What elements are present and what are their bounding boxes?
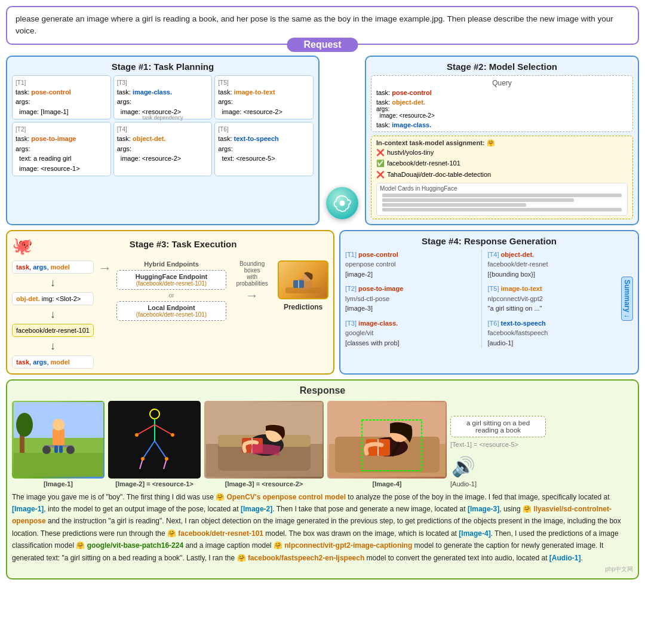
model-option-1: ❌ hustvl/yolos-tiny <box>376 147 628 158</box>
resp-img-label-1: [Image-1] <box>44 480 73 487</box>
local-endpoint-card: Local Endpoint (facebook/detr-resnet-101… <box>116 301 226 321</box>
audio-speaker-icon: 🔊 <box>452 455 475 478</box>
resp-img-2 <box>108 401 201 479</box>
t4-task: task: object-det. <box>117 134 209 144</box>
local-endpoint-sub: (facebook/detr-resnet-101) <box>122 311 221 318</box>
q-image2: image: <resource-2> <box>376 112 628 119</box>
t4-image: image: <resource-2> <box>117 154 209 164</box>
t6-text: text: <resource-5> <box>218 154 310 164</box>
stage3-header: 🐙 Stage #3: Task Execution <box>12 236 328 256</box>
svg-rect-17 <box>59 446 63 453</box>
stage3-right: Predictions <box>278 260 328 311</box>
s4-t2: [T2] pose-to-image lym/sd-ctl-pose [imag… <box>345 284 475 314</box>
svg-point-0 <box>339 200 345 206</box>
svg-rect-11 <box>53 429 64 447</box>
model-option-3: ❌ TahaDouaji/detr-doc-table-detection <box>376 169 628 180</box>
svg-point-28 <box>171 433 174 437</box>
svg-rect-7 <box>14 453 103 477</box>
stage2-box: Stage #2: Model Selection Query task: po… <box>365 56 639 225</box>
stage4-col1: [T1] pose-control openpose control [imag… <box>345 250 475 348</box>
octopus-icon: 🐙 <box>12 236 33 256</box>
hf-endpoint-sub: (facebook/detr-resnet-101) <box>122 280 221 287</box>
task-grid: [T1] task: pose-control args: image: [Im… <box>12 75 314 177</box>
t5-tag: [T5] <box>218 78 310 87</box>
stage3-center: Hybrid Endpoints HuggingFace Endpoint (f… <box>116 260 226 321</box>
stage4-box: Stage #4: Response Generation [T1] pose-… <box>339 230 639 375</box>
stage3-box: 🐙 Stage #3: Task Execution task, args, m… <box>6 230 334 375</box>
x-icon-2: ❌ <box>376 169 385 180</box>
t2-task: task: pose-to-image <box>16 134 108 144</box>
stages-34-row: 🐙 Stage #3: Task Execution task, args, m… <box>6 230 639 375</box>
arrow-right-2-col: Bounding boxeswith probabilities → <box>231 260 273 303</box>
response-images-row: [Image-1] <box>12 401 633 487</box>
task-card-t1: [T1] task: pose-control args: image: [Im… <box>12 75 111 120</box>
endpoint-separator: or <box>169 292 174 299</box>
svg-point-30 <box>165 457 168 461</box>
stage4-title: Stage #4: Response Generation <box>345 236 633 246</box>
resp-img-block-4: [Image-4] <box>327 401 447 487</box>
t6-args: args: <box>218 144 310 154</box>
stage2-title: Stage #2: Model Selection <box>371 62 633 72</box>
col-divider <box>481 250 482 348</box>
response-section: Response <box>6 379 639 579</box>
arrow-down-3: ↓ <box>12 340 94 352</box>
t1-args: args: <box>16 97 108 107</box>
t4-tag: [T4] <box>117 125 209 134</box>
t1-image: image: [Image-1] <box>16 107 108 117</box>
response-description: The image you gave me is of "boy". The f… <box>12 491 633 564</box>
request-text: please generate an image where a girl is… <box>16 13 629 38</box>
resp-img-block-3: [Image-3] = <resource-2> <box>204 401 324 487</box>
q-args2: args: <box>376 106 628 112</box>
s3-card-1: task, args, model <box>12 260 94 274</box>
t4-args: args: <box>117 144 209 154</box>
caption-box: a girl sitting on a bed reading a book <box>450 416 546 437</box>
arrow-down-1: ↓ <box>12 277 94 289</box>
local-endpoint-title: Local Endpoint <box>122 304 221 311</box>
resp-caption-audio-col: a girl sitting on a bed reading a book [… <box>450 416 633 487</box>
stage3-inner: task, args, model ↓ obj-det. img: <Slot-… <box>12 260 328 369</box>
t5-task: task: image-to-text <box>218 87 310 97</box>
arrow-down-2: ↓ <box>12 308 94 321</box>
audio-icon-block: 🔊 [Audio-1] <box>450 455 477 487</box>
resp-img-label-2: [Image-2] = <resource-1> <box>115 480 194 487</box>
stage1-title: Stage #1: Task Planning <box>12 62 314 72</box>
stage4-col2: [T4] object-det. facebook/detr-resnet [{… <box>488 250 618 348</box>
arrow-right-1: → <box>99 260 112 276</box>
resp-img-label-3: [Image-3] = <resource-2> <box>225 480 303 487</box>
task-card-t6: [T6] task: text-to-speech args: text: <r… <box>214 122 314 176</box>
caption-ref: [Text-1] = <resource-5> <box>450 441 518 448</box>
hybrid-label: Hybrid Endpoints <box>144 260 199 268</box>
query-label: Query <box>376 79 628 87</box>
model-cards-label: Model Cards in HuggingFace <box>380 185 624 192</box>
hf-endpoint-card: HuggingFace Endpoint (facebook/detr-resn… <box>116 270 226 290</box>
t2-text: text: a reading girl <box>16 154 108 164</box>
resp-img-block-1: [Image-1] <box>12 401 105 487</box>
watermark: php中文网 <box>12 565 633 574</box>
s4-t4: [T4] object-det. facebook/detr-resnet [{… <box>488 250 618 280</box>
svg-point-29 <box>141 457 145 461</box>
model-option-2: ✅ facebook/detr-resnet-101 <box>376 158 628 169</box>
stages-12-row: Stage #1: Task Planning [T1] task: pose-… <box>6 56 639 225</box>
model-cards-skeleton <box>380 192 624 213</box>
s3-card-3: facebook/detr-resnet-101 <box>12 324 94 337</box>
stage3-left: task, args, model ↓ obj-det. img: <Slot-… <box>12 260 94 369</box>
gpt-orb-col <box>324 56 360 225</box>
request-label: Request <box>287 38 358 52</box>
caption-text: a girl sitting on a bed reading a book <box>466 419 530 434</box>
predictions-img <box>278 260 328 299</box>
svg-point-12 <box>53 419 64 431</box>
svg-point-15 <box>66 446 75 454</box>
stage1-box: Stage #1: Task Planning [T1] task: pose-… <box>6 56 320 225</box>
t1-task: task: pose-control <box>16 87 108 97</box>
resp-img-4 <box>327 401 447 479</box>
request-section: please generate an image where a girl is… <box>6 6 639 45</box>
t2-tag: [T2] <box>16 125 108 134</box>
svg-point-14 <box>42 446 51 454</box>
model-cards-box: Model Cards in HuggingFace <box>376 183 628 216</box>
hf-endpoint-title: HuggingFace Endpoint <box>122 273 221 280</box>
gpt-orb <box>326 187 358 219</box>
s4-t5: [T5] image-to-text nlpconnect/vit-gpt2 "… <box>488 284 618 314</box>
svg-rect-16 <box>54 446 58 453</box>
s3-card-4: task, args, model <box>12 355 94 369</box>
resp-img-1 <box>12 401 105 479</box>
